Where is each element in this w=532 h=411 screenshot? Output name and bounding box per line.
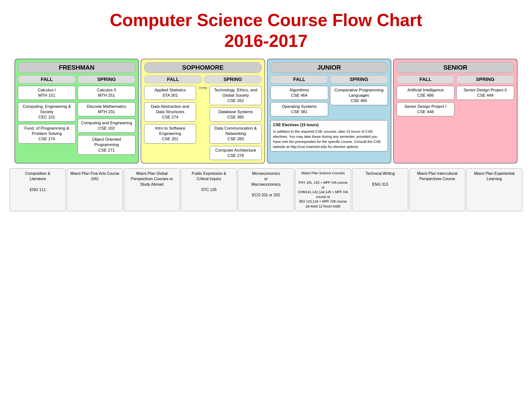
senior-spring-col: Senior Design Project II CSE 449: [456, 86, 514, 100]
bottom-row: Composition & Literature ENG 111 Miami P…: [5, 168, 527, 212]
course-cse174: Fund. of Programming & Problem Solving C…: [18, 124, 76, 143]
bottom-box-6: Technical Writing ENG 313: [352, 168, 408, 212]
bottom-box-2: Miami Plan Global Perspectives Courses o…: [124, 168, 180, 212]
course-cse274: Data Abstraction and Data Structures CSE…: [144, 102, 196, 121]
bottom-box-5: Miami Plan Science Courses PHY 191, 192 …: [295, 168, 351, 212]
main-flow: FRESHMAN FALL SPRING Calculus I MTH 151 …: [10, 59, 522, 163]
senior-section: SENIOR FALL SPRING Artificial Intelligen…: [393, 59, 517, 163]
bottom-box-4: Microeconomics or Macroeconomics ECO 201…: [238, 168, 294, 212]
course-cse464: Algorithms CSE 464: [270, 86, 328, 100]
sophomore-spring-header: SPRING: [204, 75, 262, 84]
course-cse449: Senior Design Project II CSE 449: [456, 86, 514, 100]
bottom-box-3: Public Expression & Critical Inquiry STC…: [181, 168, 237, 212]
bottom-box-1: Miami Plan Fine Arts Course (IIA): [67, 168, 123, 212]
course-mth251: Calculus II MTH 251: [78, 86, 135, 100]
freshman-spring-col: Calculus II MTH 251 Discrete Mathematics…: [78, 86, 135, 155]
sophomore-fall-header: FALL: [144, 75, 202, 84]
bottom-box-0: Composition & Literature ENG 111: [10, 168, 66, 212]
sophomore-spring-col: Technology, Ethics, and Global Society C…: [210, 86, 262, 160]
freshman-spring-header: SPRING: [78, 75, 135, 84]
junior-fall-header: FALL: [270, 75, 328, 84]
coreq-label: coreq: [198, 86, 208, 89]
course-cse465: Comparative Programming Languages CSE 46…: [330, 86, 388, 105]
freshman-fall-header: FALL: [18, 75, 76, 84]
sophomore-header: SOPHOMORE: [144, 62, 262, 73]
course-cse381: Operating Systems CSE 381: [270, 102, 328, 116]
course-cse271: Object Oriented Programming CSE 271: [78, 135, 135, 154]
course-sta301: Applied Statistics STA 301: [144, 86, 196, 100]
senior-header: SENIOR: [397, 62, 514, 73]
page-title: Computer Science Course Flow Chart 2016-…: [5, 10, 527, 51]
course-cse262: Technology, Ethics, and Global Society C…: [210, 86, 262, 105]
course-mth151: Calculus I MTH 151: [18, 86, 76, 100]
freshman-fall-col: Calculus I MTH 151 Computing, Engineerin…: [18, 86, 76, 144]
course-mth231: Discrete Mathematics MTH 231: [78, 102, 135, 116]
course-cse448: Senior Design Project I CSE 448: [397, 102, 454, 116]
course-cse486: Artificial Intelligence CSE 486: [397, 86, 454, 100]
course-cec101: Computing, Engineering & Society CEC 101: [18, 102, 76, 121]
junior-header: JUNIOR: [270, 62, 388, 73]
course-cse283: Data Communication & Networking CSE 283: [210, 124, 262, 143]
bottom-box-8: Miami Plan Experiential Learning: [466, 168, 522, 212]
junior-section: JUNIOR FALL SPRING Algorithms CSE 464 Op…: [267, 59, 391, 163]
flow-container: FRESHMAN FALL SPRING Calculus I MTH 151 …: [5, 59, 527, 163]
freshman-section: FRESHMAN FALL SPRING Calculus I MTH 151 …: [15, 59, 139, 163]
sophomore-section: SOPHOMORE FALL SPRING Applied Statistics…: [141, 59, 265, 163]
freshman-header: FRESHMAN: [18, 62, 135, 73]
course-cse278: Computer Architecture CSE 278: [210, 146, 262, 160]
course-cse102: Computing and Engineering CSE 102: [78, 119, 135, 133]
sophomore-fall-col: Applied Statistics STA 301 Data Abstract…: [144, 86, 196, 144]
bottom-box-7: Miami Plan Intercultural Perspectives Co…: [409, 168, 465, 212]
junior-spring-header: SPRING: [330, 75, 388, 84]
junior-spring-col: Comparative Programming Languages CSE 46…: [330, 86, 388, 105]
junior-fall-col: Algorithms CSE 464 Operating Systems CSE…: [270, 86, 328, 116]
course-cse201: Intro to Software Engineering CSE 201: [144, 124, 196, 143]
course-cse385: Database Systems CSE 385: [210, 108, 262, 121]
electives-box: CSE Electives (15 hours) In addition to …: [270, 120, 388, 151]
senior-fall-col: Artificial Intelligence CSE 486 Senior D…: [397, 86, 454, 116]
senior-spring-header: SPRING: [456, 75, 514, 84]
senior-fall-header: FALL: [397, 75, 454, 84]
